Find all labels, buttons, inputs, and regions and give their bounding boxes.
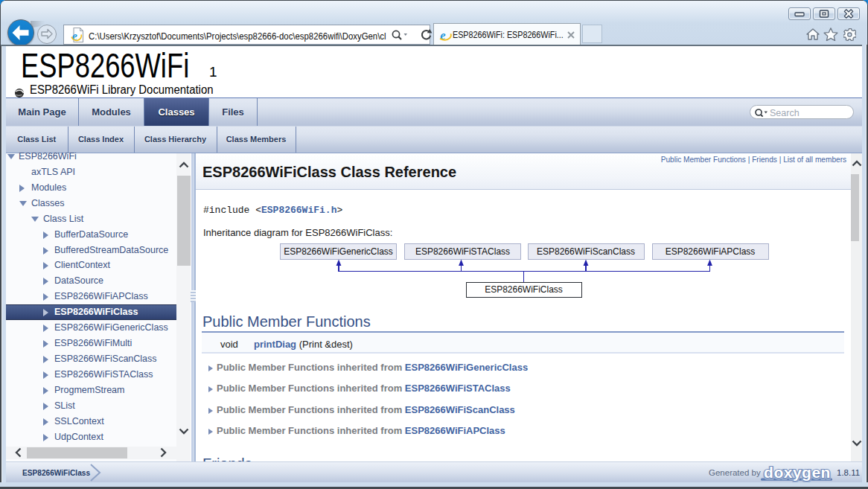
svg-text:doxygen: doxygen	[764, 464, 831, 481]
